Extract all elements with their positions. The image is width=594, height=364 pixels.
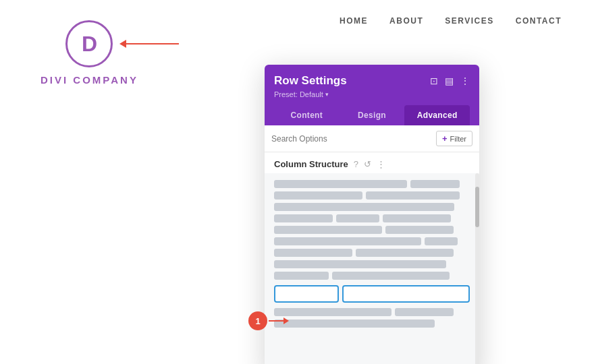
skeleton-row [274,308,470,316]
panel-title: Row Settings [274,74,347,88]
panel-preset[interactable]: Preset: Default ▾ [274,90,470,98]
highlight-box-left [274,285,339,303]
panel-header: Row Settings ⊡ ▤ ⋮ Preset: Default ▾ Con… [265,65,479,125]
columns-icon[interactable]: ▤ [445,75,454,86]
logo-area: D DIVI COMPANY [40,20,138,86]
panel-body-wrapper [265,173,479,364]
panel-header-icons: ⊡ ▤ ⋮ [430,75,470,86]
column-structure-label: Column Structure [274,159,348,169]
filter-button[interactable]: + Filter [436,131,473,146]
highlight-box-right [342,285,470,303]
expand-icon[interactable]: ⊡ [430,75,438,86]
help-icon[interactable]: ? [354,159,358,169]
column-structure-icons: ? ↺ ⋮ [354,159,385,169]
skeleton-row [274,260,470,268]
row-settings-panel: Row Settings ⊡ ▤ ⋮ Preset: Default ▾ Con… [265,65,479,364]
options-icon[interactable]: ⋮ [377,159,385,169]
skeleton-row [274,203,470,211]
nav-home[interactable]: HOME [340,16,368,26]
more-icon[interactable]: ⋮ [460,75,470,86]
skeleton-row [274,180,470,188]
skeleton-row [274,272,470,280]
badge-arrow-icon [269,317,289,324]
skeleton-grid [274,180,470,328]
tab-content[interactable]: Content [274,105,340,125]
reset-icon[interactable]: ↺ [364,159,371,169]
tab-design[interactable]: Design [340,105,405,125]
scrollbar-thumb[interactable] [475,187,479,227]
scrollbar-track[interactable] [475,173,479,364]
skeleton-row [274,249,470,257]
search-input[interactable] [271,134,436,144]
badge-number: 1 [248,311,267,330]
nav-about[interactable]: ABOUT [389,16,423,26]
logo-letter: D [82,32,97,57]
skeleton-row [274,191,470,200]
chevron-down-icon: ▾ [325,91,329,98]
panel-body [265,173,479,364]
nav-contact[interactable]: CONTACT [516,16,562,26]
nav-services[interactable]: SERVICES [445,16,493,26]
search-bar: + Filter [265,125,479,152]
step-badge: 1 [248,311,289,330]
panel-tabs: Content Design Advanced [274,105,470,125]
skeleton-row [274,237,470,245]
company-name: DIVI COMPANY [40,74,138,86]
skeleton-row [274,320,470,328]
column-structure-header: Column Structure ? ↺ ⋮ [265,152,479,173]
plus-icon: + [442,133,448,144]
arrow-icon [119,40,179,48]
skeleton-row [274,214,470,222]
highlighted-row[interactable] [274,285,470,303]
logo-circle: D [65,20,113,67]
tab-advanced[interactable]: Advanced [404,105,470,125]
skeleton-row [274,226,470,234]
